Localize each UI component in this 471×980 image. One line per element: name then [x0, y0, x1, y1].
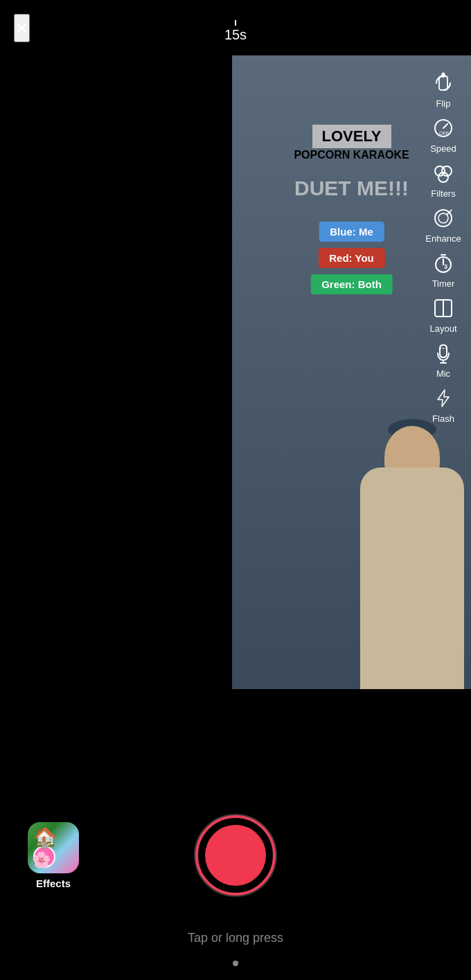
- mic-icon: [429, 339, 457, 367]
- flash-icon: [429, 384, 457, 412]
- flash-tool[interactable]: Flash: [419, 384, 468, 424]
- badge-blue: Blue: Me: [319, 222, 384, 242]
- flip-icon: [429, 69, 457, 97]
- enhance-icon: [429, 204, 457, 232]
- speed-icon: OFF: [429, 114, 457, 142]
- filters-label: Filters: [431, 188, 455, 199]
- bottom-area: 🏠 🌸 Effects Tap or long press: [0, 689, 471, 980]
- tap-hint: Tap or long press: [0, 931, 471, 945]
- filters-tool[interactable]: Filters: [419, 159, 468, 199]
- flip-tool[interactable]: Flip: [419, 69, 468, 109]
- left-panel: [0, 55, 232, 689]
- svg-rect-0: [439, 76, 447, 90]
- mic-label: Mic: [436, 368, 450, 379]
- svg-text:OFF: OFF: [439, 131, 449, 136]
- timer-label-tool: Timer: [432, 278, 455, 289]
- speed-label: Speed: [430, 143, 456, 154]
- dot-indicator: [233, 961, 238, 966]
- effects-icon: 🏠 🌸: [28, 822, 79, 873]
- record-inner: [205, 825, 266, 886]
- video-text-duet: DUET ME!!!: [294, 177, 409, 200]
- layout-tool[interactable]: Layout: [419, 294, 468, 334]
- enhance-tool[interactable]: Enhance: [419, 204, 468, 244]
- badge-red: Red: You: [318, 248, 384, 268]
- svg-text:3: 3: [444, 263, 447, 270]
- top-bar: × 15s: [0, 0, 471, 55]
- layout-icon: [429, 294, 457, 322]
- svg-point-8: [438, 213, 448, 223]
- timer-display: 15s: [224, 20, 247, 43]
- record-button[interactable]: [194, 814, 277, 897]
- bottom-controls: 🏠 🌸 Effects: [0, 814, 471, 897]
- timer-tool[interactable]: 3 Timer: [419, 249, 468, 289]
- flash-label: Flash: [432, 413, 454, 424]
- right-toolbar: Flip OFF Speed Filters: [416, 55, 471, 689]
- video-text-popcorn: POPCORN KARAOKE: [294, 149, 409, 161]
- timer-label: 15s: [224, 27, 247, 43]
- badge-green: Green: Both: [310, 274, 393, 294]
- filters-icon: [429, 159, 457, 187]
- close-button[interactable]: ×: [14, 14, 30, 42]
- timer-icon: 3: [429, 249, 457, 277]
- effects-button[interactable]: 🏠 🌸 Effects: [28, 822, 79, 889]
- flip-label: Flip: [436, 98, 451, 109]
- video-text-lovely: LOVELY: [312, 125, 391, 148]
- timer-tick: [235, 20, 236, 26]
- speed-tool[interactable]: OFF Speed: [419, 114, 468, 154]
- effects-label: Effects: [36, 877, 71, 889]
- enhance-label: Enhance: [425, 233, 461, 244]
- mic-tool[interactable]: Mic: [419, 339, 468, 379]
- layout-label: Layout: [429, 323, 456, 334]
